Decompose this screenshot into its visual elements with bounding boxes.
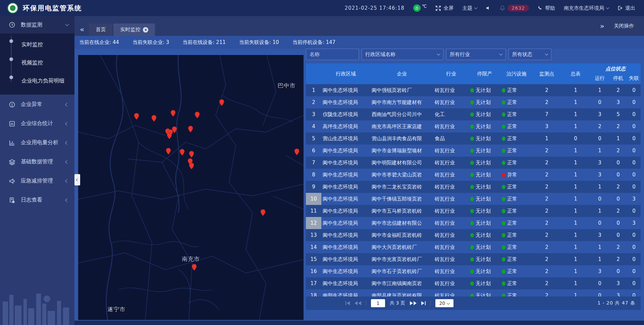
- map-marker[interactable]: [178, 149, 186, 156]
- table-row[interactable]: 13阆中生态环境局阆中市金福旺页岩机砖砖瓦行业无计划正常21300: [306, 229, 641, 241]
- cell-facility-status: 正常: [500, 280, 533, 287]
- map-marker[interactable]: [188, 162, 195, 170]
- map-marker[interactable]: [293, 148, 301, 155]
- sidebar-item-日志查看[interactable]: 日志查看: [0, 191, 74, 209]
- first-page-button[interactable]: [345, 301, 350, 305]
- cell-limit-status: 无计划: [469, 292, 500, 297]
- table-row[interactable]: 4高坪生态环境局南充市高坪区王家店建砖瓦行业无计划正常31220: [306, 120, 641, 132]
- cell-run: 3: [590, 232, 609, 238]
- prev-page-button[interactable]: [355, 301, 361, 305]
- map-marker[interactable]: [150, 115, 158, 122]
- sidebar-subitem-label: 实时监控: [21, 41, 43, 48]
- cell-region: 阆中生态环境局: [321, 280, 370, 287]
- status-select[interactable]: 所有状态: [508, 49, 551, 60]
- map-marker[interactable]: [187, 125, 194, 133]
- map-marker[interactable]: [133, 113, 140, 120]
- sidebar-item-企业综合统计[interactable]: 企业综合统计: [0, 114, 74, 133]
- map-marker[interactable]: [165, 148, 172, 155]
- table-row[interactable]: 18南部生态环境局南部县建兴页岩砖有限砖瓦行业无计划正常21030: [306, 289, 641, 296]
- cell-facility-status: 正常: [500, 148, 533, 154]
- sidebar-subitem-视频监控[interactable]: 视频监控: [0, 54, 74, 72]
- name-search-input[interactable]: [306, 49, 359, 60]
- table-row[interactable]: 9阆中生态环境局阆中市二龙长宝页岩砖砖瓦行业无计划正常21120: [306, 181, 641, 193]
- status-dot-icon: [470, 124, 474, 129]
- close-operations-button[interactable]: 关闭操作: [614, 23, 634, 29]
- row-number: 12: [306, 217, 321, 229]
- map-marker[interactable]: [191, 264, 198, 271]
- notifications[interactable]: 2632: [500, 5, 529, 11]
- table-row[interactable]: 17阆中生态环境局阆中市江南镇阆南页岩砖瓦行业无计划正常21030: [306, 277, 641, 289]
- table-row[interactable]: 5营山生态环境局营山县润丰肉食品有限食品无计划正常10010: [306, 132, 641, 145]
- help-label: 帮助: [545, 5, 555, 11]
- col-points: 监测点: [533, 63, 561, 84]
- cell-company: 阆中市江南镇阆南页岩: [370, 280, 433, 287]
- tabs-scroll-right-icon[interactable]: »: [600, 22, 604, 30]
- map-marker[interactable]: [218, 99, 225, 106]
- table-row[interactable]: 16阆中生态环境局阆中市石子页岩机砖厂砖瓦行业无计划正常21300: [306, 265, 641, 277]
- cell-meter: 1: [561, 196, 590, 202]
- sidebar-item-数据监测[interactable]: 数据监测: [0, 16, 74, 34]
- table-row[interactable]: 7阆中生态环境局阆中明阳建材有限公司砖瓦行业无计划正常21300: [306, 157, 641, 169]
- table-row[interactable]: 12阆中生态环境局阆中市忠信建材有限公砖瓦行业无计划正常21003: [306, 217, 641, 229]
- sidebar-item-基础数据管理[interactable]: 基础数据管理: [0, 153, 74, 171]
- status-dot-icon: [502, 293, 505, 297]
- panel-collapse-button[interactable]: [74, 174, 80, 185]
- sidebar-item-label: 企业用电量分析: [21, 139, 66, 146]
- sidebar-item-企业用电量分析[interactable]: 企业用电量分析: [0, 133, 74, 152]
- tabs-scroll-left-icon[interactable]: «: [80, 26, 84, 33]
- status-dot-icon: [470, 149, 474, 153]
- map-label-南充市: 南充市: [182, 255, 200, 263]
- cell-region: 阆中生态环境局: [321, 172, 370, 178]
- table-row[interactable]: 8阆中生态环境局阆中市枣碧大梁山页岩砖瓦行业无计划异常21300: [306, 169, 641, 181]
- tab-首页[interactable]: 首页: [89, 23, 112, 36]
- logout-button[interactable]: 退出: [618, 5, 635, 11]
- org-menu[interactable]: 南充市生态环境局: [564, 5, 609, 11]
- map-roads: [78, 55, 304, 320]
- row-number: 17: [306, 277, 321, 289]
- sidebar-item-应急减排管理[interactable]: 应急减排管理: [0, 172, 74, 190]
- map-marker[interactable]: [259, 209, 267, 216]
- page-number-input[interactable]: [371, 299, 385, 307]
- region-select[interactable]: 行政区域名称: [362, 49, 443, 60]
- sound-button[interactable]: [486, 5, 491, 11]
- map-marker[interactable]: [166, 132, 173, 140]
- row-number: 6: [306, 145, 321, 157]
- status-dot-icon: [470, 209, 474, 213]
- map-marker[interactable]: [169, 110, 177, 117]
- table-row[interactable]: 2阆中生态环境局阆中市南方节能建材有砖瓦行业无计划正常21030: [306, 96, 641, 108]
- cell-region: 南部生态环境局: [321, 292, 370, 297]
- cell-facility-status: 正常: [500, 292, 533, 297]
- page-size-select[interactable]: 20: [435, 299, 453, 307]
- chart-icon: [9, 140, 16, 146]
- table-row[interactable]: 6阆中生态环境局阆中市金博瑞新型墙材砖瓦行业无计划正常21120: [306, 145, 641, 157]
- cell-lost: 0: [627, 244, 641, 250]
- close-icon[interactable]: x: [143, 27, 148, 33]
- status-dot-icon: [470, 257, 474, 262]
- cell-run: 0: [590, 280, 609, 286]
- last-page-button[interactable]: [421, 301, 426, 305]
- fullscreen-button[interactable]: 全屏: [435, 5, 453, 11]
- row-number: 15: [306, 253, 321, 265]
- map-marker[interactable]: [194, 111, 201, 119]
- table-row[interactable]: 10阆中生态环境局阆中千佛镇五郎垭页岩砖瓦行业无计划正常21003: [306, 193, 641, 205]
- tab-实时监控[interactable]: 实时监控x: [113, 23, 155, 36]
- map-marker[interactable]: [188, 151, 195, 158]
- table-row[interactable]: 1阆中生态环境局阆中强锐页岩砖厂砖瓦行业无计划正常21120: [306, 84, 641, 96]
- sidebar-subitem-企业电力负荷明细[interactable]: 企业电力负荷明细: [0, 72, 74, 90]
- table-row[interactable]: 3仪陇生态环境局西南油气田分公司川中化工无计划正常71350: [306, 108, 641, 120]
- cell-industry: 化工: [433, 111, 469, 118]
- sidebar-item-label: 基础数据管理: [21, 158, 66, 165]
- help-button[interactable]: 帮助: [538, 5, 555, 11]
- table-row[interactable]: 15阆中生态环境局阆中市光富页岩机砖厂砖瓦行业无计划正常21120: [306, 253, 641, 265]
- industry-select[interactable]: 所有行业: [446, 49, 506, 60]
- cell-run: 1: [590, 148, 609, 154]
- status-dot-icon: [502, 257, 505, 262]
- next-page-button[interactable]: [410, 301, 417, 305]
- theme-menu[interactable]: 主题: [462, 5, 477, 11]
- table-row[interactable]: 11阆中生态环境局阆中市五马桥页岩机砖砖瓦行业无计划正常21120: [306, 205, 641, 217]
- sidebar-subitem-实时监控[interactable]: 实时监控: [0, 36, 74, 54]
- table-row[interactable]: 14阆中生态环境局阆中大兴页岩机砖厂砖瓦行业无计划正常21120: [306, 241, 641, 253]
- status-dot-icon: [502, 281, 505, 286]
- sidebar-item-企业异常[interactable]: 企业异常: [0, 95, 74, 114]
- map-canvas[interactable]: 巴中市南充市遂宁市: [78, 55, 304, 320]
